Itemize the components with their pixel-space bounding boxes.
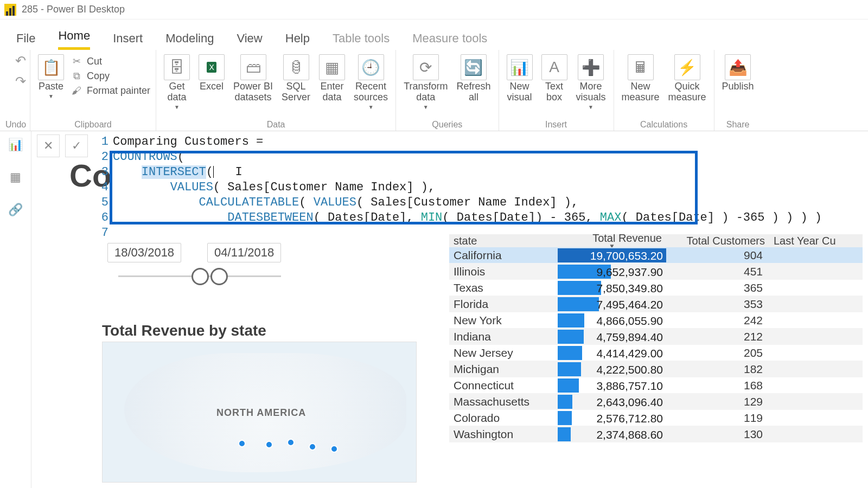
rail-model-view[interactable]: 🔗 [7, 201, 25, 219]
tab-measure-tools[interactable]: Measure tools [412, 31, 487, 50]
table-row[interactable]: Colorado2,576,712.80119 [449, 410, 863, 426]
table-row[interactable]: Washington2,374,868.60130 [449, 426, 863, 442]
dataset-icon: 🗃 [240, 54, 266, 80]
col-last-year[interactable]: Last Year Cu [769, 234, 863, 247]
table-body: California19,700,653.20904Illinois9,652,… [449, 247, 863, 442]
slider-thumb-start[interactable] [192, 268, 209, 285]
tab-file[interactable]: File [16, 31, 35, 50]
date-from-input[interactable]: 18/03/2018 [107, 243, 181, 262]
tab-modeling[interactable]: Modeling [165, 31, 214, 50]
cell-state: Washington [449, 428, 558, 441]
more-visuals-button[interactable]: ➕More visuals▼ [574, 53, 608, 111]
tab-insert[interactable]: Insert [113, 31, 143, 50]
formula-cancel-button[interactable]: ✕ [37, 134, 60, 157]
table-row[interactable]: Michigan4,222,500.80182 [449, 361, 863, 377]
cell-state: New York [449, 314, 558, 327]
copy-button[interactable]: ⧉Copy [71, 70, 150, 82]
revenue-bar [558, 395, 572, 409]
revenue-value: 4,414,429.00 [596, 347, 663, 360]
map-point[interactable] [238, 440, 246, 447]
cut-button[interactable]: ✂Cut [71, 55, 150, 67]
publish-button[interactable]: 📤Publish [720, 53, 756, 93]
recent-sources-button[interactable]: 🕘Recent sources▼ [352, 53, 390, 111]
revenue-bar [558, 346, 582, 360]
formula-bar[interactable]: 1234567 Comparing Customers = COUNTROWS(… [97, 134, 863, 241]
revenue-value: 4,222,500.80 [596, 363, 663, 376]
map-point[interactable] [287, 439, 295, 446]
table-row[interactable]: Florida7,495,464.20353 [449, 296, 863, 312]
refresh-icon: 🔄 [461, 54, 487, 80]
revenue-bar [558, 362, 581, 376]
cell-state: California [449, 249, 558, 262]
tab-home[interactable]: Home [58, 29, 90, 50]
quick-measure-button[interactable]: ⚡Quick measure [666, 53, 709, 104]
map-visual[interactable]: NORTH AMERICA [102, 342, 417, 483]
tab-help[interactable]: Help [285, 31, 310, 50]
enter-data-button[interactable]: ▦Enter data [317, 53, 347, 104]
slider-thumb-end[interactable] [210, 268, 228, 285]
transform-data-button[interactable]: ⟳Transform data▼ [401, 53, 450, 111]
undo-button[interactable]: ↶ [15, 53, 26, 68]
revenue-bar [558, 313, 584, 328]
tab-table-tools[interactable]: Table tools [333, 31, 390, 50]
new-measure-button[interactable]: 🖩New measure [620, 53, 662, 104]
ribbon-tabs: File Home Insert Modeling View Help Tabl… [0, 20, 868, 50]
formula-bar-actions: ✕ ✓ [37, 134, 88, 157]
sql-server-button[interactable]: 🛢SQL Server [279, 53, 312, 104]
map-point[interactable] [265, 441, 273, 448]
rail-data-view[interactable]: ▦ [7, 168, 25, 187]
revenue-value: 9,652,937.90 [596, 266, 663, 279]
new-visual-button[interactable]: 📊New visual [505, 53, 535, 104]
refresh-all-button[interactable]: 🔄Refresh all [454, 53, 493, 104]
cell-revenue: 9,652,937.90 [558, 264, 666, 279]
clipboard-icon: 📋 [38, 54, 64, 80]
col-state[interactable]: state [449, 234, 558, 247]
revenue-bar [558, 411, 572, 425]
format-painter-button[interactable]: 🖌Format painter [71, 85, 150, 97]
copy-icon: ⧉ [71, 70, 82, 82]
table-row[interactable]: California19,700,653.20904 [449, 247, 863, 264]
col-total-customers[interactable]: Total Customers [666, 234, 769, 247]
revenue-bar [558, 427, 571, 441]
revenue-value: 2,374,868.60 [596, 428, 663, 441]
col-total-revenue[interactable]: Total Revenue▼ [558, 234, 666, 247]
redo-button[interactable]: ↷ [15, 74, 26, 89]
revenue-table[interactable]: state Total Revenue▼ Total Customers Las… [449, 234, 863, 442]
tab-view[interactable]: View [237, 31, 262, 50]
cell-state: Michigan [449, 363, 558, 376]
cell-revenue: 7,495,464.20 [558, 297, 666, 312]
cell-revenue: 3,886,757.10 [558, 378, 666, 393]
table-row[interactable]: Connecticut3,886,757.10168 [449, 377, 863, 394]
paste-button[interactable]: 📋 Paste ▼ [36, 53, 66, 100]
formula-code[interactable]: Comparing Customers = COUNTROWS( INTERSE… [113, 134, 863, 241]
cell-customers: 119 [666, 412, 769, 425]
rail-report-view[interactable]: 📊 [7, 136, 25, 154]
brush-icon: 🖌 [71, 85, 82, 97]
map-point[interactable] [330, 445, 338, 453]
excel-button[interactable]: XExcel [196, 53, 227, 93]
revenue-value: 19,700,653.20 [590, 249, 663, 262]
table-row[interactable]: Indiana4,759,894.40212 [449, 329, 863, 345]
lightning-icon: ⚡ [674, 54, 700, 80]
cell-customers: 129 [666, 395, 769, 408]
text-box-button[interactable]: AText box [539, 53, 570, 104]
formula-commit-button[interactable]: ✓ [65, 134, 88, 157]
table-row[interactable]: Massachusetts2,643,096.40129 [449, 394, 863, 410]
powerbi-datasets-button[interactable]: 🗃Power BI datasets [231, 53, 275, 104]
revenue-value: 4,759,894.40 [596, 331, 663, 344]
formula-gutter: 1234567 [97, 134, 108, 241]
table-row[interactable]: Illinois9,652,937.90451 [449, 264, 863, 280]
date-to-input[interactable]: 04/11/2018 [207, 243, 281, 262]
cell-customers: 182 [666, 363, 769, 376]
group-share-label: Share [720, 119, 756, 130]
revenue-bar [558, 281, 601, 295]
table-row[interactable]: New York4,866,055.90242 [449, 312, 863, 329]
revenue-value: 2,643,096.40 [596, 396, 663, 409]
get-data-button[interactable]: 🗄Get data▼ [162, 53, 192, 111]
map-point[interactable] [309, 443, 316, 451]
table-row[interactable]: Texas7,850,349.80365 [449, 280, 863, 296]
table-row[interactable]: New Jersey4,414,429.00205 [449, 345, 863, 361]
revenue-value: 3,886,757.10 [596, 380, 663, 393]
date-slider[interactable] [118, 266, 281, 287]
cell-state: Florida [449, 298, 558, 311]
